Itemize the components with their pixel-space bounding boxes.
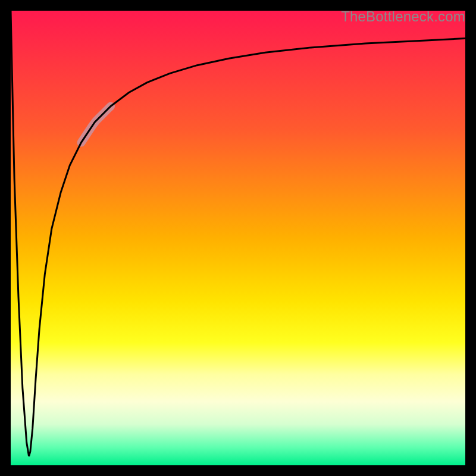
watermark-text: TheBottleneck.com	[341, 11, 465, 25]
curve-layer	[11, 11, 465, 465]
outer-frame: TheBottleneck.com	[0, 0, 476, 476]
plot-area: TheBottleneck.com	[11, 11, 465, 465]
bottleneck-curve	[11, 11, 465, 456]
